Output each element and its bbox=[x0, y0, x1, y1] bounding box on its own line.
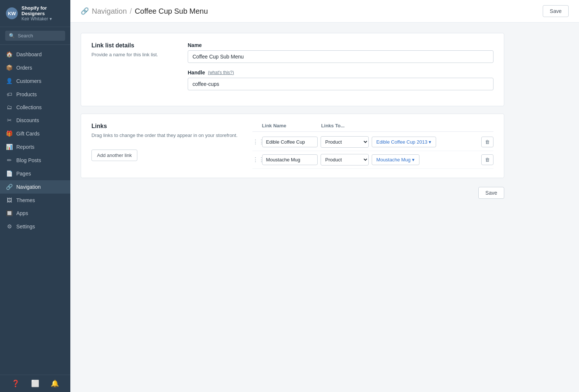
sidebar-item-label: Dashboard bbox=[16, 51, 42, 57]
link-target-2: Moustache Mug ▾ bbox=[372, 154, 478, 165]
link-type-select-1[interactable]: Product Collection Page Blog HTTP bbox=[321, 136, 369, 148]
sidebar-item-label: Products bbox=[16, 91, 37, 97]
apps-icon: 🔲 bbox=[6, 210, 13, 217]
page-content: Link list details Provide a name for thi… bbox=[70, 23, 515, 214]
sidebar-item-label: Blog Posts bbox=[16, 157, 41, 163]
themes-icon: 🖼 bbox=[6, 197, 13, 203]
link-row: ⋮⋮ Product Collection Page Blog HTTP Mou… bbox=[252, 151, 493, 169]
sidebar-item-label: Pages bbox=[16, 171, 31, 177]
sidebar-item-customers[interactable]: 👤 Customers bbox=[0, 74, 70, 88]
products-icon: 🏷 bbox=[6, 91, 13, 97]
search-bar[interactable]: 🔍 Search bbox=[5, 31, 65, 41]
links-section-title: Links bbox=[91, 123, 238, 130]
discounts-icon: ✂ bbox=[6, 117, 13, 124]
navigation-icon: 🔗 bbox=[6, 184, 13, 190]
section-fields: Name Handle (what's this?) bbox=[188, 42, 493, 97]
sidebar-item-settings[interactable]: ⚙ Settings bbox=[0, 220, 70, 233]
section-desc: Provide a name for this link list. bbox=[91, 51, 173, 58]
drag-handle-icon[interactable]: ⋮⋮ bbox=[252, 156, 259, 163]
help-icon[interactable]: ❓ bbox=[11, 379, 20, 388]
link-list-details-card: Link list details Provide a name for thi… bbox=[81, 33, 504, 106]
link-name-input-1[interactable] bbox=[262, 137, 318, 147]
handle-whats-this[interactable]: (what's this?) bbox=[208, 70, 234, 75]
links-section-desc: Drag links to change the order that they… bbox=[91, 132, 238, 139]
save-button-top[interactable]: Save bbox=[543, 5, 569, 17]
sidebar-item-discounts[interactable]: ✂ Discounts bbox=[0, 114, 70, 127]
main-content: 🔗 Navigation / Coffee Cup Sub Menu Save … bbox=[70, 0, 579, 392]
sidebar-item-label: Apps bbox=[16, 210, 28, 216]
handle-input[interactable] bbox=[188, 78, 493, 90]
nav-link-icon: 🔗 bbox=[81, 7, 89, 15]
links-section-label: Links Drag links to change the order tha… bbox=[91, 123, 238, 169]
user-name: Keir Whitaker ▾ bbox=[21, 16, 64, 21]
add-link-button[interactable]: Add another link bbox=[91, 150, 137, 161]
name-field-group: Name bbox=[188, 42, 493, 63]
name-input[interactable] bbox=[188, 50, 493, 63]
link-delete-button-2[interactable]: 🗑 bbox=[481, 154, 493, 165]
reports-icon: 📊 bbox=[6, 144, 13, 150]
sidebar-item-label: Settings bbox=[16, 224, 35, 229]
sidebar-item-label: Customers bbox=[16, 78, 41, 84]
links-card-body: Links Drag links to change the order tha… bbox=[81, 114, 504, 178]
sidebar-item-label: Discounts bbox=[16, 117, 39, 123]
shop-name: Shopify for Designers bbox=[21, 5, 64, 16]
sidebar-shop-info: Shopify for Designers Keir Whitaker ▾ bbox=[21, 5, 64, 21]
links-table: Link Name Links To... ⋮⋮ Product Collect… bbox=[252, 123, 493, 169]
sidebar: KW Shopify for Designers Keir Whitaker ▾… bbox=[0, 0, 70, 392]
sidebar-item-label: Orders bbox=[16, 65, 32, 71]
sidebar-item-products[interactable]: 🏷 Products bbox=[0, 88, 70, 101]
links-table-header: Link Name Links To... bbox=[252, 123, 493, 132]
handle-field-group: Handle (what's this?) bbox=[188, 70, 493, 90]
sidebar-item-label: Gift Cards bbox=[16, 131, 40, 137]
orders-icon: 📦 bbox=[6, 64, 13, 71]
sidebar-item-navigation[interactable]: 🔗 Navigation bbox=[0, 180, 70, 194]
duplicate-icon[interactable]: ⬜ bbox=[31, 379, 39, 388]
handle-label: Handle (what's this?) bbox=[188, 70, 493, 76]
breadcrumb-current: Coffee Cup Sub Menu bbox=[135, 7, 208, 16]
section-label: Link list details Provide a name for thi… bbox=[91, 42, 173, 97]
link-target-button-2[interactable]: Moustache Mug ▾ bbox=[372, 154, 420, 165]
settings-icon: ⚙ bbox=[6, 223, 13, 230]
dashboard-icon: 🏠 bbox=[6, 51, 13, 58]
links-card: Links Drag links to change the order tha… bbox=[81, 114, 504, 178]
customers-icon: 👤 bbox=[6, 78, 13, 84]
link-target-button-1[interactable]: Edible Coffee Cup 2013 ▾ bbox=[372, 137, 436, 147]
sidebar-item-label: Navigation bbox=[16, 184, 41, 190]
sidebar-item-label: Themes bbox=[16, 197, 35, 203]
sidebar-item-label: Collections bbox=[16, 104, 41, 110]
sidebar-item-apps[interactable]: 🔲 Apps bbox=[0, 207, 70, 220]
sidebar-item-blog-posts[interactable]: ✏ Blog Posts bbox=[0, 154, 70, 167]
sidebar-footer: ❓ ⬜ 🔔 bbox=[0, 375, 70, 392]
link-name-input-2[interactable] bbox=[262, 154, 318, 165]
breadcrumb-parent[interactable]: Navigation bbox=[92, 7, 127, 16]
sidebar-nav: 🏠 Dashboard 📦 Orders 👤 Customers 🏷 Produ… bbox=[0, 45, 70, 375]
save-button-bottom[interactable]: Save bbox=[478, 187, 504, 199]
link-delete-button-1[interactable]: 🗑 bbox=[481, 137, 493, 147]
sidebar-item-orders[interactable]: 📦 Orders bbox=[0, 61, 70, 74]
notifications-icon[interactable]: 🔔 bbox=[51, 379, 59, 388]
blog-icon: ✏ bbox=[6, 157, 13, 164]
sidebar-item-pages[interactable]: 📄 Pages bbox=[0, 167, 70, 180]
sidebar-item-reports[interactable]: 📊 Reports bbox=[0, 140, 70, 154]
drag-handle-icon[interactable]: ⋮⋮ bbox=[252, 138, 259, 145]
pages-icon: 📄 bbox=[6, 170, 13, 177]
breadcrumb-separator: / bbox=[130, 7, 132, 16]
sidebar-item-collections[interactable]: 🗂 Collections bbox=[0, 101, 70, 114]
sidebar-item-gift-cards[interactable]: 🎁 Gift Cards bbox=[0, 127, 70, 140]
sidebar-item-label: Reports bbox=[16, 144, 34, 150]
sidebar-item-themes[interactable]: 🖼 Themes bbox=[0, 194, 70, 207]
breadcrumb: 🔗 Navigation / Coffee Cup Sub Menu bbox=[81, 7, 208, 16]
search-label: Search bbox=[18, 33, 33, 38]
search-icon: 🔍 bbox=[9, 33, 15, 38]
bottom-actions: Save bbox=[81, 185, 504, 199]
link-row: ⋮⋮ Product Collection Page Blog HTTP Edi… bbox=[252, 133, 493, 151]
avatar: KW bbox=[6, 7, 18, 19]
collections-icon: 🗂 bbox=[6, 104, 13, 110]
sidebar-item-dashboard[interactable]: 🏠 Dashboard bbox=[0, 48, 70, 61]
gift-cards-icon: 🎁 bbox=[6, 130, 13, 137]
col-to-header: Links To... bbox=[321, 123, 493, 128]
top-bar: 🔗 Navigation / Coffee Cup Sub Menu Save bbox=[70, 0, 579, 23]
card-body: Link list details Provide a name for thi… bbox=[81, 33, 504, 106]
sidebar-header: KW Shopify for Designers Keir Whitaker ▾ bbox=[0, 0, 70, 27]
link-type-select-2[interactable]: Product Collection Page Blog HTTP bbox=[321, 154, 369, 165]
